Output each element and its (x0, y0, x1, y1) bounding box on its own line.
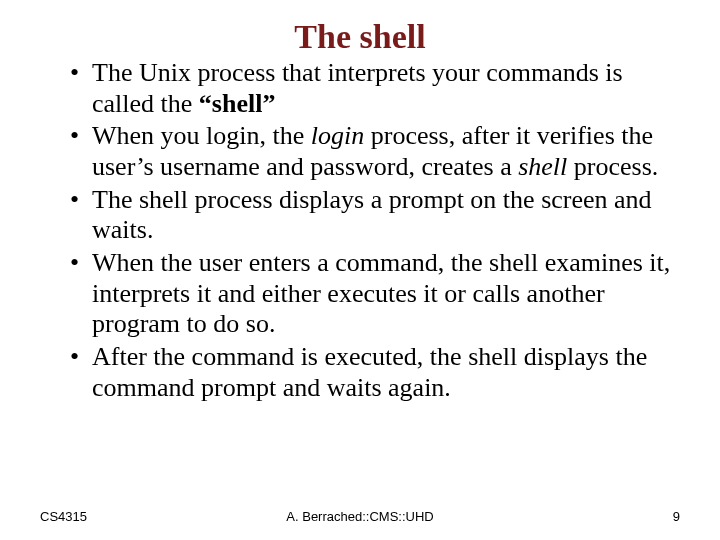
bullet-item: The Unix process that interprets your co… (70, 58, 680, 119)
bullet-item: When you login, the login process, after… (70, 121, 680, 182)
bullet-bold: “shell” (199, 89, 276, 118)
bullet-text: The Unix process that interprets your co… (92, 58, 623, 118)
bullet-item: The shell process displays a prompt on t… (70, 185, 680, 246)
slide-title: The shell (40, 18, 680, 56)
bullet-item: When the user enters a command, the shel… (70, 248, 680, 340)
bullet-text: When you login, the (92, 121, 311, 150)
bullet-text: The shell process displays a prompt on t… (92, 185, 652, 245)
bullet-item: After the command is executed, the shell… (70, 342, 680, 403)
bullet-text: process. (567, 152, 658, 181)
footer-page-number: 9 (673, 509, 680, 524)
bullet-list: The Unix process that interprets your co… (40, 58, 680, 403)
slide: The shell The Unix process that interpre… (0, 0, 720, 540)
bullet-italic: login (311, 121, 364, 150)
bullet-text: When the user enters a command, the shel… (92, 248, 670, 338)
bullet-italic: shell (518, 152, 567, 181)
footer-author: A. Berrached::CMS::UHD (40, 509, 680, 524)
bullet-text: After the command is executed, the shell… (92, 342, 647, 402)
